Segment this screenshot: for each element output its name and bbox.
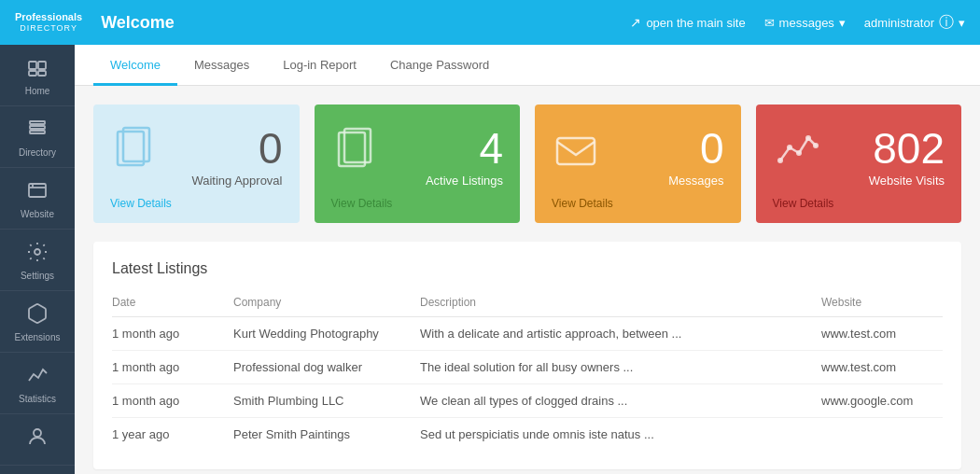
col-description: Description [420,290,821,317]
extensions-icon [26,302,49,328]
svg-rect-7 [29,184,46,197]
cell-website: www.test.com [821,351,943,384]
view-details-messages[interactable]: View Details [552,197,724,210]
settings-icon [26,241,49,267]
cell-date: 1 month ago [112,384,233,418]
cell-date: 1 year ago [112,418,233,452]
messages-link[interactable]: ✉ messages ▾ [764,16,846,30]
view-details-waiting[interactable]: View Details [110,197,283,210]
cell-website [821,418,943,452]
sidebar-item-extensions[interactable]: Extensions [0,291,75,353]
chevron-down-icon-admin: ▾ [959,16,965,30]
view-details-listings[interactable]: View Details [331,197,504,210]
card-top-green: 4 Active Listings [331,123,504,188]
sidebar: Home Directory Website Settings Extensio… [0,45,75,474]
sidebar-directory-label: Directory [19,147,56,158]
topbar-actions: ↗ open the main site ✉ messages ▾ admini… [630,13,965,33]
listings-icon [331,127,380,184]
svg-point-19 [796,150,802,156]
svg-rect-16 [557,138,595,164]
svg-rect-5 [30,126,45,129]
svg-rect-15 [344,129,371,162]
svg-rect-13 [123,128,149,161]
svg-point-17 [777,158,783,163]
home-icon [26,56,49,82]
cell-date: 1 month ago [112,351,233,384]
card-top: 0 Waiting Approval [110,123,283,188]
svg-rect-0 [29,62,36,69]
cell-description: With a delicate and artistic approach, b… [420,317,821,351]
view-details-visits[interactable]: View Details [773,197,945,210]
sidebar-item-directory[interactable]: Directory [0,106,75,168]
tab-welcome[interactable]: Welcome [93,45,177,86]
table-header-row: Date Company Description Website [112,290,943,317]
listings-table: Date Company Description Website 1 month… [112,290,943,451]
svg-point-21 [813,143,819,148]
svg-point-20 [805,135,811,141]
documents-icon [110,126,159,185]
card-messages: 0 Messages View Details [535,105,741,223]
cell-website: www.google.com [821,384,943,418]
cell-company: Professional dog walker [233,351,420,384]
svg-rect-1 [38,62,46,69]
sidebar-statistics-label: Statistics [19,394,56,404]
chevron-down-icon: ▾ [839,16,846,30]
users-icon [26,425,49,452]
card-number-waiting: 0 Waiting Approval [191,123,282,188]
external-link-icon: ↗ [630,15,641,30]
sidebar-item-website[interactable]: Website [0,168,75,230]
cell-company: Smith Plumbing LLC [233,384,420,418]
sidebar-item-home[interactable]: Home [0,45,75,106]
table-row: 1 month agoProfessional dog walkerThe id… [112,351,943,384]
cell-description: Sed ut perspiciatis unde omnis iste natu… [420,418,821,452]
table-row: 1 year agoPeter Smith PaintingsSed ut pe… [112,418,943,452]
tab-login-report[interactable]: Log-in Report [266,45,373,86]
col-website: Website [821,290,943,317]
listings-title: Latest Listings [112,260,943,277]
listings-section: Latest Listings Date Company Description… [93,242,961,469]
sidebar-item-settings[interactable]: Settings [0,230,75,291]
admin-link[interactable]: administrator ⓘ ▾ [864,13,965,33]
sidebar-extensions-label: Extensions [15,332,61,342]
col-date: Date [112,290,233,317]
sidebar-settings-label: Settings [21,271,54,281]
content-area: Welcome Messages Log-in Report Change Pa… [75,45,980,474]
table-row: 1 month agoSmith Plumbing LLCWe clean al… [112,384,943,418]
svg-point-11 [34,429,41,437]
sidebar-item-statistics[interactable]: Statistics [0,353,75,414]
svg-rect-14 [339,132,365,166]
svg-point-18 [787,145,792,150]
tab-messages[interactable]: Messages [177,45,266,86]
sidebar-website-label: Website [21,209,54,219]
card-top-red: 802 Website Visits [773,123,945,188]
website-icon [26,179,49,205]
analytics-icon [773,127,821,184]
cell-description: We clean all types of clogged drains ... [420,384,821,418]
col-company: Company [233,290,420,317]
cell-website: www.test.com [821,317,943,351]
envelope-icon: ✉ [764,16,775,30]
stats-cards: 0 Waiting Approval View Details 4 Active… [75,86,980,232]
card-number-messages: 0 Messages [668,123,723,188]
message-icon [552,127,600,184]
svg-rect-6 [30,131,45,133]
open-main-site-link[interactable]: ↗ open the main site [630,15,745,30]
cell-company: Kurt Wedding Photography [233,317,420,351]
card-waiting-approval: 0 Waiting Approval View Details [93,105,300,223]
cell-description: The ideal solution for all busy owners .… [420,351,821,384]
svg-rect-2 [29,71,36,76]
tab-change-password[interactable]: Change Password [373,45,506,86]
svg-rect-4 [30,121,45,124]
directory-icon [26,118,49,144]
sidebar-item-users[interactable] [0,414,75,466]
svg-point-10 [35,249,40,255]
cell-date: 1 month ago [112,317,233,351]
svg-rect-3 [38,71,46,76]
statistics-icon [26,364,49,390]
cell-company: Peter Smith Paintings [233,418,420,452]
card-number-listings: 4 Active Listings [426,123,503,188]
card-active-listings: 4 Active Listings View Details [315,105,521,223]
main-layout: Home Directory Website Settings Extensio… [0,45,980,474]
tab-bar: Welcome Messages Log-in Report Change Pa… [75,45,980,86]
card-top-orange: 0 Messages [552,123,724,188]
